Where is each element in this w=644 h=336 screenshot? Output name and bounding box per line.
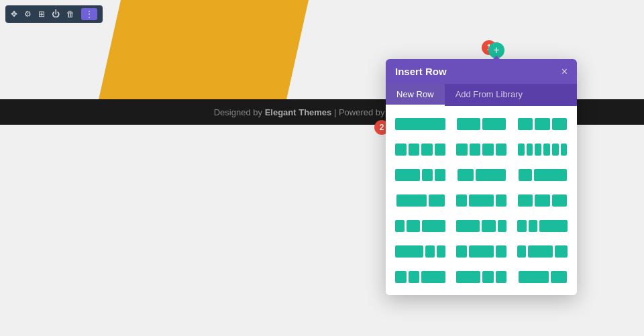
layout-1-3-narrow-wide[interactable] — [515, 165, 570, 185]
modal-title: Insert Row — [395, 66, 447, 77]
modal-header: Insert Row × — [386, 59, 577, 84]
tab-add-from-library[interactable]: Add From Library — [445, 84, 533, 106]
layout-small-mid-big[interactable] — [392, 216, 448, 236]
top-toolbar: ✥ ⚙ ⊞ ⏻ 🗑 ⋮ — [5, 5, 103, 23]
layout-wide-three-small[interactable] — [453, 267, 509, 287]
modal-close-button[interactable]: × — [561, 66, 568, 77]
modal-tabs: New Row Add From Library — [386, 84, 577, 106]
layout-mid-big-small[interactable] — [453, 241, 509, 262]
grid-icon[interactable]: ⊞ — [38, 9, 45, 19]
layout-three-small-wide[interactable] — [392, 267, 448, 287]
more-icon[interactable]: ⋮ — [81, 8, 97, 20]
layout-6col[interactable] — [515, 139, 570, 160]
layout-2-3-wide[interactable] — [453, 165, 509, 185]
layout-equal-thirds[interactable] — [515, 190, 570, 211]
layout-1col[interactable] — [392, 114, 448, 134]
layout-options-grid — [392, 114, 570, 287]
layout-3-4-wide[interactable] — [392, 190, 448, 211]
layout-big-small-small[interactable] — [392, 241, 448, 262]
modal-arrow — [491, 56, 502, 61]
move-icon[interactable]: ✥ — [11, 9, 17, 19]
power-icon[interactable]: ⏻ — [52, 9, 60, 19]
layout-3col-equal[interactable] — [515, 114, 570, 134]
trash-icon[interactable]: 🗑 — [66, 9, 74, 19]
layout-small-small-big[interactable] — [515, 216, 570, 236]
tab-new-row[interactable]: New Row — [386, 84, 445, 106]
layout-small-big-mid[interactable] — [515, 241, 570, 262]
settings-icon[interactable]: ⚙ — [24, 9, 32, 19]
layout-4col-b[interactable] — [453, 139, 509, 160]
layout-big-mid-small[interactable] — [453, 216, 509, 236]
layout-two-wide-small[interactable] — [515, 267, 570, 287]
layout-wide-narrow-narrow[interactable] — [392, 165, 448, 185]
layout-2col-equal[interactable] — [453, 114, 509, 134]
insert-row-modal: Insert Row × New Row Add From Library — [386, 59, 577, 295]
layout-narrow-wide-narrow[interactable] — [453, 190, 509, 211]
modal-body[interactable] — [386, 106, 577, 295]
layout-4col-equal[interactable] — [392, 139, 448, 160]
